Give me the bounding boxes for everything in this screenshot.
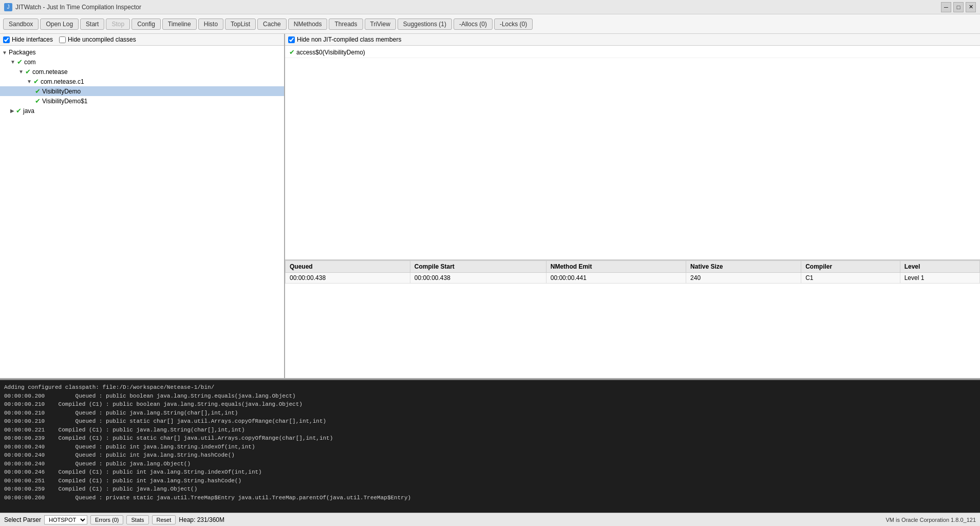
log-line: 00:00:00.246 Compiled (C1) : public int …	[4, 468, 976, 477]
log-line: 00:00:00.260 Queued : private static jav…	[4, 494, 976, 502]
toolbar: SandboxOpen LogStartStopConfigTimelineHi…	[0, 14, 980, 34]
right-top-toolbar: Hide non JIT-compiled class members	[285, 34, 980, 46]
tree-item-label: com.netease	[32, 68, 68, 76]
window-title: JITWatch - Just In Time Compilation Insp…	[15, 4, 141, 11]
config-button[interactable]: Config	[131, 18, 161, 30]
table-header: Level	[900, 261, 979, 273]
left-panel: Hide interfaces Hide uncompiled classes …	[0, 34, 285, 378]
log-line: 00:00:00.210 Compiled (C1) : public bool…	[4, 400, 976, 409]
right-panel: Hide non JIT-compiled class members ✔acc…	[285, 34, 980, 378]
sandbox-button[interactable]: Sandbox	[3, 18, 39, 30]
errors-button[interactable]: Errors (0)	[90, 515, 123, 524]
table-header: Compiler	[801, 261, 900, 273]
tree-item-label: com.netease.c1	[41, 78, 84, 85]
log-line: 00:00:00.210 Queued : public java.lang.S…	[4, 409, 976, 418]
tree-item-label: Packages	[9, 49, 36, 56]
table-header: Queued	[286, 261, 410, 273]
tree-item-label: com	[24, 59, 36, 66]
tree-item-label: VisibilityDemo$1	[42, 98, 87, 105]
tree-item[interactable]: ▼✔com	[0, 57, 284, 67]
package-tree[interactable]: ▼Packages▼✔com▼✔com.netease▼✔com.netease…	[0, 46, 284, 378]
hide-interfaces-label[interactable]: Hide interfaces	[3, 36, 53, 43]
tree-item[interactable]: ✔VisibilityDemo$1	[0, 96, 284, 106]
select-parser-label: Select Parser	[4, 516, 41, 523]
close-button[interactable]: ✕	[966, 2, 976, 12]
app-icon: J	[4, 3, 12, 11]
maximize-button[interactable]: □	[953, 2, 964, 12]
minimize-button[interactable]: ─	[941, 2, 951, 12]
log-area: Adding configured classpath: file:/D:/wo…	[0, 379, 980, 513]
reset-button[interactable]: Reset	[152, 515, 176, 524]
log-line: 00:00:00.210 Queued : public static char…	[4, 417, 976, 426]
cache-button[interactable]: Cache	[257, 18, 287, 30]
timeline-button[interactable]: Timeline	[162, 18, 197, 30]
member-label: access$0(VisibilityDemo)	[296, 49, 365, 56]
triview-button[interactable]: TriView	[365, 18, 396, 30]
log-line: 00:00:00.221 Compiled (C1) : public java…	[4, 426, 976, 435]
hide-non-jit-checkbox[interactable]	[288, 36, 295, 43]
locks-button[interactable]: -Locks (0)	[494, 18, 533, 30]
window-controls: ─ □ ✕	[941, 2, 976, 12]
compile-table: QueuedCompile StartNMethod EmitNative Si…	[285, 260, 980, 284]
table-header: NMethod Emit	[546, 261, 686, 273]
top-panels: Hide interfaces Hide uncompiled classes …	[0, 34, 980, 379]
stats-button[interactable]: Stats	[126, 515, 148, 524]
parser-select[interactable]: HOTSPOT	[44, 515, 87, 524]
member-item[interactable]: ✔access$0(VisibilityDemo)	[285, 47, 980, 58]
table-cell: 00:00:00.438	[410, 273, 546, 284]
table-cell: C1	[801, 273, 900, 284]
tree-item[interactable]: ▼Packages	[0, 48, 284, 57]
heap-label: Heap: 231/360M	[179, 516, 224, 523]
table-cell: 00:00:00.438	[286, 273, 410, 284]
histo-button[interactable]: Histo	[198, 18, 223, 30]
hide-uncompiled-label[interactable]: Hide uncompiled classes	[59, 36, 136, 43]
table-cell: Level 1	[900, 273, 979, 284]
table-cell: 00:00:00.441	[546, 273, 686, 284]
tree-item-label: java	[23, 107, 34, 115]
left-panel-toolbar: Hide interfaces Hide uncompiled classes	[0, 34, 284, 46]
log-line: 00:00:00.239 Compiled (C1) : public stat…	[4, 434, 976, 443]
members-panel: Hide non JIT-compiled class members ✔acc…	[285, 34, 980, 260]
title-bar: J JITWatch - Just In Time Compilation In…	[0, 0, 980, 14]
log-line: 00:00:00.240 Queued : public int java.la…	[4, 451, 976, 460]
tree-item[interactable]: ▼✔com.netease.c1	[0, 77, 284, 86]
log-line: 00:00:00.251 Compiled (C1) : public int …	[4, 477, 976, 485]
threads-button[interactable]: Threads	[329, 18, 363, 30]
log-line: 00:00:00.259 Compiled (C1) : public java…	[4, 485, 976, 494]
tree-item[interactable]: ✔VisibilityDemo	[0, 86, 284, 96]
suggestions-button[interactable]: Suggestions (1)	[398, 18, 452, 30]
table-row[interactable]: 00:00:00.43800:00:00.43800:00:00.441240C…	[286, 273, 980, 284]
status-bar: Select Parser HOTSPOT Errors (0) Stats R…	[0, 513, 980, 526]
hide-interfaces-checkbox[interactable]	[3, 36, 10, 43]
hide-interfaces-text: Hide interfaces	[12, 36, 53, 43]
compile-table-body: 00:00:00.43800:00:00.43800:00:00.441240C…	[286, 273, 980, 284]
stop-button: Stop	[106, 18, 130, 30]
log-line: Adding configured classpath: file:/D:/wo…	[4, 383, 976, 392]
compile-table-head: QueuedCompile StartNMethod EmitNative Si…	[286, 261, 980, 273]
hide-uncompiled-checkbox[interactable]	[59, 36, 66, 43]
open-log-button[interactable]: Open Log	[40, 18, 79, 30]
hide-non-jit-label[interactable]: Hide non JIT-compiled class members	[288, 36, 401, 43]
log-line: 00:00:00.200 Queued : public boolean jav…	[4, 392, 976, 401]
log-line: 00:00:00.240 Queued : public int java.la…	[4, 443, 976, 452]
start-button[interactable]: Start	[80, 18, 104, 30]
main-content: Hide interfaces Hide uncompiled classes …	[0, 34, 980, 526]
tree-item[interactable]: ▶✔java	[0, 106, 284, 116]
table-header: Native Size	[686, 261, 801, 273]
allocs-button[interactable]: -Allocs (0)	[454, 18, 493, 30]
vm-info: VM is Oracle Corporation 1.8.0_121	[886, 517, 976, 523]
hide-non-jit-text: Hide non JIT-compiled class members	[297, 36, 401, 43]
title-bar-left: J JITWatch - Just In Time Compilation In…	[4, 3, 141, 11]
table-header: Compile Start	[410, 261, 546, 273]
table-cell: 240	[686, 273, 801, 284]
tree-item[interactable]: ▼✔com.netease	[0, 67, 284, 77]
tree-item-label: VisibilityDemo	[42, 88, 81, 95]
log-line: 00:00:00.240 Queued : public java.lang.O…	[4, 460, 976, 468]
nmethods-button[interactable]: NMethods	[288, 18, 328, 30]
members-list: ✔access$0(VisibilityDemo)	[285, 46, 980, 59]
compile-table-area: QueuedCompile StartNMethod EmitNative Si…	[285, 260, 980, 378]
hide-uncompiled-text: Hide uncompiled classes	[68, 36, 136, 43]
toplist-button[interactable]: TopList	[225, 18, 256, 30]
